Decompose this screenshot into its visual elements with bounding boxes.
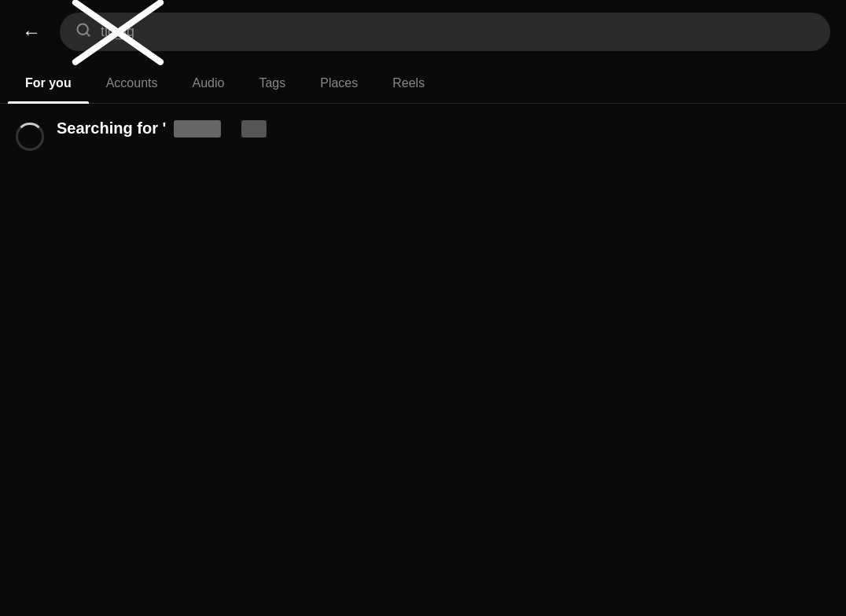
searching-redacted-word-1 <box>174 120 221 138</box>
tabs-container: For you Accounts Audio Tags Places Reels <box>0 64 846 104</box>
loading-spinner <box>16 123 44 151</box>
search-query-container: tig_ig <box>101 24 134 40</box>
tab-audio[interactable]: Audio <box>175 64 241 103</box>
back-arrow-icon: ← <box>22 21 41 43</box>
tab-reels[interactable]: Reels <box>375 64 442 103</box>
tab-tags[interactable]: Tags <box>241 64 303 103</box>
tab-for-you[interactable]: For you <box>8 64 89 103</box>
search-icon <box>75 22 91 42</box>
searching-redacted-word-2 <box>241 120 267 138</box>
tab-places[interactable]: Places <box>303 64 375 103</box>
search-input[interactable]: tig_ig <box>101 24 815 40</box>
tab-accounts[interactable]: Accounts <box>89 64 175 103</box>
content-area: Searching for ' <box>0 104 846 167</box>
svg-line-1 <box>86 33 90 36</box>
header: ← tig_ig <box>0 0 846 64</box>
search-bar[interactable]: tig_ig <box>60 13 830 51</box>
back-button[interactable]: ← <box>16 15 47 50</box>
search-query-text: tig_ig <box>101 24 134 40</box>
searching-text: Searching for ' <box>57 119 267 138</box>
searching-prefix: Searching for ' <box>57 119 166 138</box>
